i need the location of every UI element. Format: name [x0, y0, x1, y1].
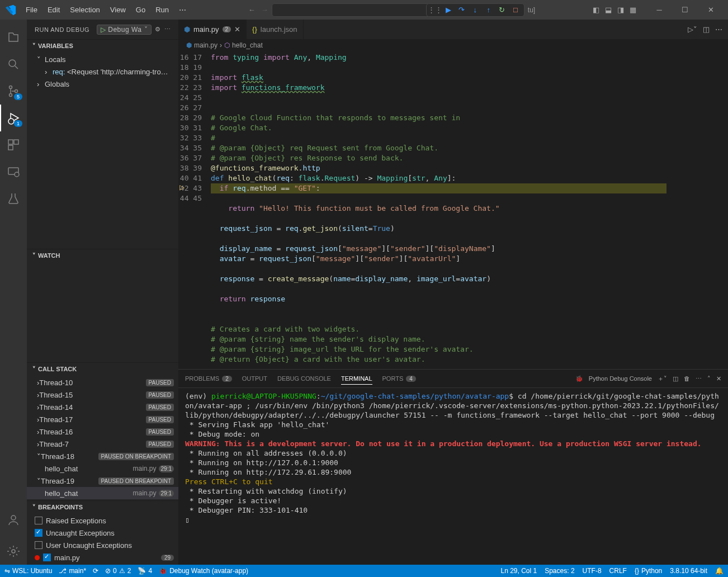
cursor-position[interactable]: Ln 29, Col 1 — [500, 567, 537, 575]
drag-handle-icon[interactable]: ⋮⋮ — [430, 5, 440, 15]
tab-debug-console[interactable]: DEBUG CONSOLE — [277, 373, 331, 384]
kill-terminal-icon[interactable]: 🗑 — [684, 375, 690, 382]
menu-selection[interactable]: Selection — [65, 3, 104, 16]
bp-user-uncaught[interactable]: User Uncaught Exceptions — [27, 539, 178, 551]
remote-indicator[interactable]: ⇋WSL: Ubuntu — [4, 567, 52, 575]
start-debug-button[interactable]: ▷Debug Wa˅ — [97, 25, 152, 35]
breakpoint-marker-icon[interactable]: ▷ — [179, 183, 185, 191]
thread-row[interactable]: ›Thread-16PAUSED — [27, 425, 178, 438]
maximize-button[interactable]: ☐ — [672, 0, 698, 20]
continue-icon[interactable]: ▶ — [443, 5, 453, 15]
code-editor[interactable]: ▷ 16 17 18 19 20 21 22 23 24 25 26 27 28… — [178, 51, 728, 369]
menu-run[interactable]: Run — [151, 3, 173, 16]
tab-main-py[interactable]: ⬢ main.py 2 ✕ — [178, 20, 247, 39]
sync-icon[interactable]: ⟳ — [93, 567, 98, 575]
menu-view[interactable]: View — [106, 3, 130, 16]
language-mode[interactable]: {}Python — [635, 567, 662, 575]
tab-output[interactable]: OUTPUT — [242, 373, 267, 384]
layout-bottom-icon[interactable]: ⬓ — [605, 6, 612, 14]
maximize-panel-icon[interactable]: ˄ — [707, 375, 711, 382]
settings-icon[interactable] — [0, 538, 27, 565]
variables-header[interactable]: ˅VARIABLES — [27, 40, 178, 52]
new-terminal-icon[interactable]: ＋˅ — [658, 375, 667, 383]
menu-edit[interactable]: Edit — [43, 3, 64, 16]
terminal-output[interactable]: (env) pierrick@LAPTOP-HKU5PNNG:~/git/goo… — [178, 388, 728, 565]
layout-left-icon[interactable]: ◧ — [593, 6, 599, 14]
breadcrumb[interactable]: ⬢ main.py› ⬡ hello_chat — [178, 39, 728, 51]
thread-row[interactable]: ˅Thread-18PAUSED ON BREAKPOINT — [27, 450, 178, 462]
tab-launch-json[interactable]: {} launch.json — [247, 20, 303, 39]
layout-grid-icon[interactable]: ▦ — [630, 6, 636, 14]
close-tab-icon[interactable]: ✕ — [234, 25, 240, 34]
step-into-icon[interactable]: ↓ — [470, 5, 480, 15]
thread-row[interactable]: ›Thread-14PAUSED — [27, 401, 178, 413]
checkbox[interactable] — [35, 529, 42, 537]
menu-go[interactable]: Go — [131, 3, 150, 16]
thread-row[interactable]: ›Thread-15PAUSED — [27, 389, 178, 401]
command-center[interactable] — [272, 3, 434, 17]
stop-icon[interactable]: □ — [510, 5, 521, 15]
watch-header[interactable]: ˅WATCH — [27, 249, 178, 262]
restart-icon[interactable]: ↻ — [497, 5, 507, 15]
terminal-name[interactable]: Python Debug Console — [589, 375, 652, 382]
menu-more[interactable]: ⋯ — [174, 3, 191, 16]
run-debug-icon[interactable]: 1 — [0, 105, 27, 131]
debug-console-icon: 🐞 — [575, 375, 583, 382]
split-terminal-icon[interactable]: ◫ — [673, 375, 678, 382]
source-control-icon[interactable]: 5 — [0, 78, 27, 105]
panel-more-icon[interactable]: ⋯ — [696, 375, 702, 382]
bp-file[interactable]: main.py29 — [27, 551, 178, 564]
step-out-icon[interactable]: ↑ — [484, 5, 494, 15]
callstack-header[interactable]: ˅CALL STACK — [27, 363, 178, 375]
notifications-icon[interactable]: 🔔 — [715, 567, 724, 575]
close-window-button[interactable]: ✕ — [698, 0, 724, 20]
explorer-icon[interactable] — [0, 24, 27, 51]
minimap[interactable] — [666, 51, 728, 369]
scope-locals[interactable]: ˅Locals — [27, 53, 178, 65]
indentation[interactable]: Spaces: 2 — [545, 567, 574, 575]
checkbox[interactable] — [35, 541, 42, 549]
stack-frame[interactable]: hello_chatmain.py29:1 — [27, 462, 178, 475]
step-over-icon[interactable]: ↷ — [457, 5, 467, 15]
minimize-button[interactable]: ─ — [646, 0, 672, 20]
line-gutter[interactable]: 16 17 18 19 20 21 22 23 24 25 26 27 28 2… — [178, 51, 211, 369]
scope-globals[interactable]: ›Globals — [27, 78, 178, 90]
tab-terminal[interactable]: TERMINAL — [341, 373, 372, 385]
encoding[interactable]: UTF-8 — [583, 567, 602, 575]
checkbox[interactable] — [35, 517, 42, 524]
debug-more-icon[interactable]: ⋯ — [164, 26, 171, 33]
close-panel-icon[interactable]: ✕ — [716, 375, 721, 382]
port-status[interactable]: 📡4 — [138, 567, 152, 575]
nav-back-icon[interactable]: ← — [248, 6, 256, 14]
checkbox[interactable] — [43, 554, 51, 561]
layout-right-icon[interactable]: ◨ — [617, 6, 624, 14]
nav-fwd-icon[interactable]: → — [261, 6, 268, 14]
python-version[interactable]: 3.8.10 64-bit — [670, 567, 707, 575]
tab-problems[interactable]: PROBLEMS2 — [185, 373, 232, 384]
tab-more-icon[interactable]: ⋯ — [715, 25, 722, 34]
git-branch[interactable]: ⎇main* — [59, 567, 86, 575]
bp-raised-exceptions[interactable]: Raised Exceptions — [27, 514, 178, 527]
thread-row[interactable]: ›Thread-7PAUSED — [27, 438, 178, 450]
variable-req[interactable]: ›req: <Request 'http://charming-tro… — [27, 65, 178, 78]
thread-row[interactable]: ›Thread-10PAUSED — [27, 376, 178, 389]
split-editor-icon[interactable]: ◫ — [703, 25, 710, 34]
code-content[interactable]: from typing import Any, Mapping import f… — [211, 51, 666, 369]
search-icon[interactable] — [0, 51, 27, 78]
tab-ports[interactable]: PORTS4 — [382, 373, 416, 384]
thread-row[interactable]: ›Thread-17PAUSED — [27, 413, 178, 425]
accounts-icon[interactable] — [0, 507, 27, 533]
problems-status[interactable]: ⊘0⚠2 — [105, 567, 131, 575]
debug-settings-icon[interactable]: ⚙ — [155, 26, 161, 33]
menu-file[interactable]: File — [21, 3, 42, 16]
bp-uncaught-exceptions[interactable]: Uncaught Exceptions — [27, 527, 178, 539]
debug-status[interactable]: 🐞Debug Watch (avatar-app) — [159, 567, 248, 575]
extensions-icon[interactable] — [0, 131, 27, 158]
eol[interactable]: CRLF — [609, 567, 627, 575]
testing-icon[interactable] — [0, 185, 27, 212]
remote-explorer-icon[interactable] — [0, 158, 27, 185]
breakpoints-header[interactable]: ˅BREAKPOINTS — [27, 501, 178, 513]
run-file-icon[interactable]: ▷˅ — [688, 25, 697, 34]
stack-frame-active[interactable]: hello_chatmain.py29:1 — [27, 487, 178, 499]
thread-row[interactable]: ˅Thread-19PAUSED ON BREAKPOINT — [27, 475, 178, 487]
